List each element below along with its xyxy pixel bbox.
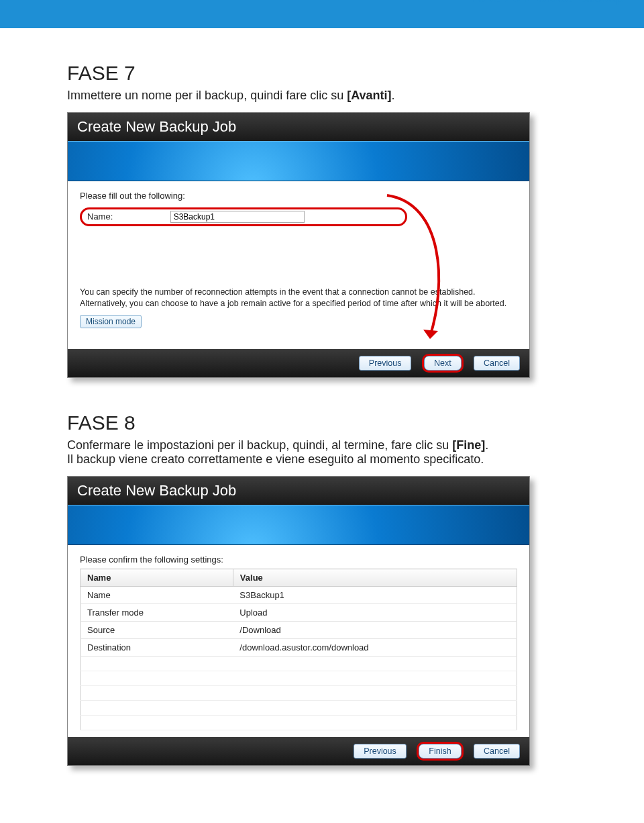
cell-value: S3Backup1 [233, 587, 517, 604]
doc-title: NAS 254: Cloud Backup [472, 0, 624, 5]
cell-value: /Download [233, 622, 517, 639]
table-row [80, 657, 517, 671]
fase8-line1-post: . [485, 438, 488, 452]
settings-table: Name Value NameS3Backup1 Transfer modeUp… [80, 569, 517, 730]
fase7-heading: FASE 7 [67, 62, 577, 85]
page-header: NAS 254: Cloud Backup [0, 0, 644, 28]
cell-name: Name [80, 587, 233, 604]
fase8-line1-bold: [Fine] [452, 438, 485, 452]
cancel-button[interactable]: Cancel [474, 744, 520, 759]
cell-name: Source [80, 622, 233, 639]
fase8-line1-pre: Confermare le impostazioni per il backup… [67, 438, 452, 452]
name-row-highlight: Name: [80, 207, 407, 226]
fase8-heading: FASE 8 [67, 412, 577, 434]
table-row: Destination/download.asustor.com/downloa… [80, 639, 517, 657]
col-value: Value [233, 569, 517, 587]
mission-mode-button[interactable]: Mission mode [80, 315, 142, 328]
name-input[interactable] [170, 211, 305, 223]
previous-button[interactable]: Previous [354, 744, 407, 759]
dialog-create-backup-1: Create New Backup Job Please fill out th… [67, 112, 530, 378]
reconnection-info: You can specify the number of reconnecti… [80, 287, 517, 309]
table-row: Source/Download [80, 622, 517, 639]
name-label: Name: [87, 211, 168, 222]
table-row [80, 701, 517, 716]
table-row [80, 716, 517, 730]
finish-button[interactable]: Finish [419, 744, 461, 759]
fase7-desc-bold: [Avanti] [347, 89, 391, 102]
dialog2-banner [68, 505, 529, 545]
table-row [80, 671, 517, 686]
cell-value: Upload [233, 604, 517, 622]
col-name: Name [80, 569, 233, 587]
cancel-button[interactable]: Cancel [474, 356, 520, 371]
previous-button[interactable]: Previous [359, 356, 412, 371]
dialog2-footer: Previous Finish Cancel [68, 737, 529, 765]
dialog1-banner [68, 141, 529, 181]
dialog1-footer: Previous Next Cancel [68, 349, 529, 377]
next-button[interactable]: Next [424, 356, 462, 371]
dialog-create-backup-2: Create New Backup Job Please confirm the… [67, 476, 530, 766]
table-row [80, 686, 517, 701]
table-row: NameS3Backup1 [80, 587, 517, 604]
fase7-desc-pre: Immettere un nome per il backup, quindi … [67, 89, 347, 102]
dialog1-title: Create New Backup Job [68, 113, 529, 141]
fase8-line2: Il backup viene creato correttamente e v… [67, 452, 484, 466]
table-row: Transfer modeUpload [80, 604, 517, 622]
confirm-label: Please confirm the following settings: [80, 554, 517, 565]
fase7-desc: Immettere un nome per il backup, quindi … [67, 89, 577, 103]
cell-name: Destination [80, 639, 233, 657]
fase8-desc: Confermare le impostazioni per il backup… [67, 438, 577, 467]
fill-out-label: Please fill out the following: [80, 191, 517, 201]
dialog1-body: Please fill out the following: Name: You… [68, 181, 529, 349]
dialog2-body: Please confirm the following settings: N… [68, 545, 529, 737]
cell-value: /download.asustor.com/download [233, 639, 517, 657]
cell-name: Transfer mode [80, 604, 233, 622]
fase7-desc-post: . [392, 89, 395, 102]
dialog2-title: Create New Backup Job [68, 477, 529, 505]
